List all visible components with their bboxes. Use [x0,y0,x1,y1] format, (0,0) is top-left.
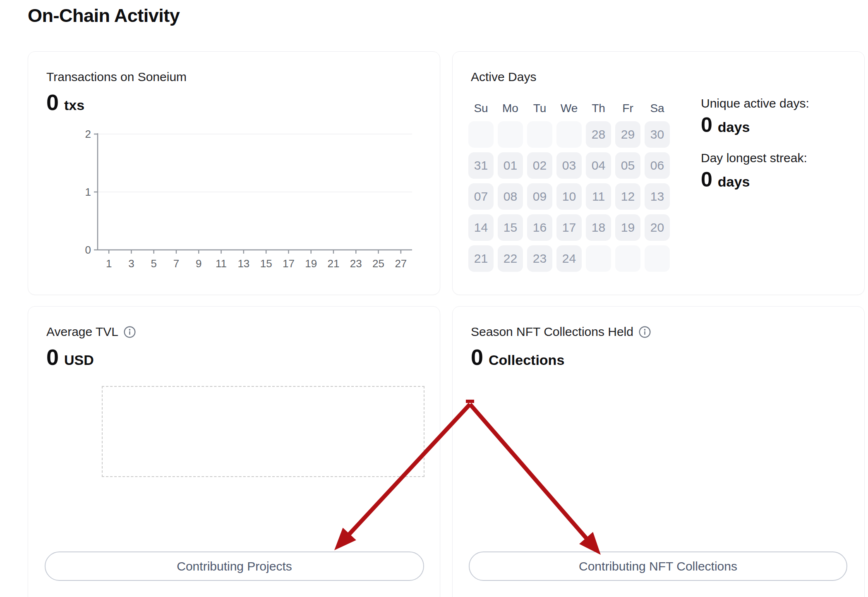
transactions-card-title: Transactions on Soneium [46,70,187,84]
calendar-day-cell: 18 [586,214,611,241]
calendar-day-cell: 23 [527,245,552,272]
calendar-day-cell: 16 [527,214,552,241]
empty-chart-placeholder [102,386,424,477]
active-days-card: Active Days SuMoTuWeThFrSa28293031010203… [452,51,865,295]
weekday-label: We [556,101,582,115]
average-tvl-card-title: Average TVL [46,325,118,339]
calendar-empty-cell [527,121,552,148]
average-tvl-metric: 0 USD [46,345,94,369]
calendar-day-cell: 14 [468,214,494,241]
svg-text:0: 0 [85,244,91,256]
svg-text:13: 13 [237,257,249,270]
info-icon[interactable] [123,326,136,338]
calendar-day-cell: 20 [645,214,670,241]
weekday-label: Tu [527,101,552,115]
nft-collections-value: 0 [471,345,483,369]
calendar-day-cell: 04 [586,152,611,179]
nft-collections-card: Season NFT Collections Held 0 Collection… [452,306,865,597]
calendar-empty-cell [645,245,670,272]
unique-active-days-value: 0 [701,115,712,135]
weekday-label: Mo [498,101,523,115]
activity-calendar: SuMoTuWeThFrSa28293031010203040506070809… [468,101,670,272]
calendar-empty-cell [468,121,494,148]
svg-text:23: 23 [350,257,362,270]
svg-text:27: 27 [395,257,407,270]
calendar-day-cell: 31 [468,152,494,179]
calendar-day-cell: 29 [615,121,640,148]
svg-text:1: 1 [85,186,91,198]
svg-text:1: 1 [106,257,112,270]
calendar-day-cell: 12 [615,183,640,210]
average-tvl-unit: USD [64,352,94,368]
calendar-day-cell: 01 [498,152,523,179]
calendar-day-cell: 13 [645,183,670,210]
weekday-label: Su [468,101,494,115]
calendar-day-cell: 09 [527,183,552,210]
transactions-count: 0 [46,91,59,114]
calendar-day-cell: 11 [586,183,611,210]
calendar-empty-cell [556,121,582,148]
nft-collections-unit: Collections [489,352,564,368]
longest-streak-label: Day longest streak: [701,151,858,165]
transactions-unit: txs [64,97,84,113]
calendar-day-cell: 17 [556,214,582,241]
active-days-stats: Unique active days: 0 days Day longest s… [701,96,858,206]
nft-collections-metric: 0 Collections [471,345,564,369]
calendar-empty-cell [615,245,640,272]
unique-active-days-metric: 0 days [701,115,858,135]
svg-text:7: 7 [173,257,179,270]
calendar-day-cell: 30 [645,121,670,148]
average-tvl-card: Average TVL 0 USD Contributing Projects [28,306,440,597]
svg-text:2: 2 [85,128,91,140]
transactions-chart: 01213579111315171921232527 [78,126,421,279]
svg-text:5: 5 [151,257,156,270]
calendar-day-cell: 22 [498,245,523,272]
calendar-day-cell: 10 [556,183,582,210]
calendar-day-cell: 15 [498,214,523,241]
calendar-day-cell: 24 [556,245,582,272]
svg-text:15: 15 [260,257,272,270]
calendar-day-cell: 03 [556,152,582,179]
weekday-label: Sa [645,101,670,115]
contributing-nft-collections-button[interactable]: Contributing NFT Collections [469,551,847,581]
calendar-day-cell: 08 [498,183,523,210]
calendar-day-cell: 06 [645,152,670,179]
unique-active-days-unit: days [718,119,750,135]
weekday-label: Fr [615,101,640,115]
nft-collections-card-title: Season NFT Collections Held [471,325,633,339]
transactions-card: Transactions on Soneium 0 txs 0121357911… [28,51,440,295]
calendar-empty-cell [586,245,611,272]
calendar-day-cell: 02 [527,152,552,179]
longest-streak-unit: days [718,174,750,190]
longest-streak-metric: 0 days [701,169,858,190]
calendar-day-cell: 05 [615,152,640,179]
calendar-day-cell: 19 [615,214,640,241]
active-days-card-title: Active Days [471,70,536,84]
svg-text:9: 9 [196,257,201,270]
svg-text:11: 11 [216,257,227,270]
svg-text:3: 3 [128,257,134,270]
svg-text:25: 25 [372,257,384,270]
contributing-projects-button[interactable]: Contributing Projects [45,551,424,581]
svg-text:17: 17 [283,257,295,270]
calendar-day-cell: 21 [468,245,494,272]
longest-streak-value: 0 [701,169,712,190]
page-title: On-Chain Activity [28,5,180,26]
average-tvl-value: 0 [46,345,59,369]
svg-text:19: 19 [305,257,317,270]
svg-text:21: 21 [328,257,340,270]
info-icon[interactable] [638,326,651,338]
transactions-metric: 0 txs [46,91,84,114]
calendar-empty-cell [498,121,523,148]
unique-active-days-label: Unique active days: [701,96,858,110]
weekday-label: Th [586,101,611,115]
calendar-day-cell: 07 [468,183,494,210]
calendar-day-cell: 28 [586,121,611,148]
